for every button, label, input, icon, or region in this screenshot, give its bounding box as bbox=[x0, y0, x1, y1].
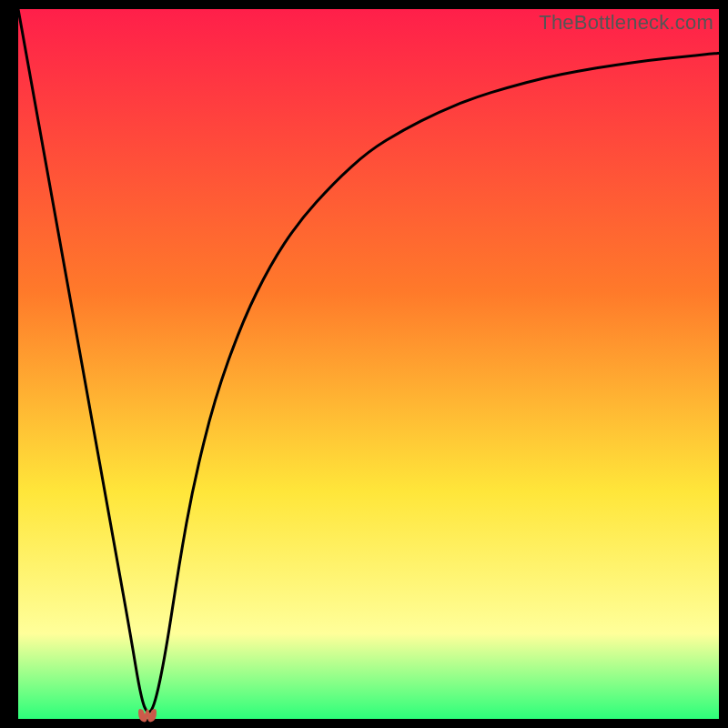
plot-area: TheBottleneck.com bbox=[18, 9, 719, 719]
watermark-text: TheBottleneck.com bbox=[539, 11, 713, 35]
svg-rect-0 bbox=[18, 9, 719, 719]
chart-frame: TheBottleneck.com bbox=[18, 9, 719, 719]
background-gradient bbox=[18, 9, 719, 719]
